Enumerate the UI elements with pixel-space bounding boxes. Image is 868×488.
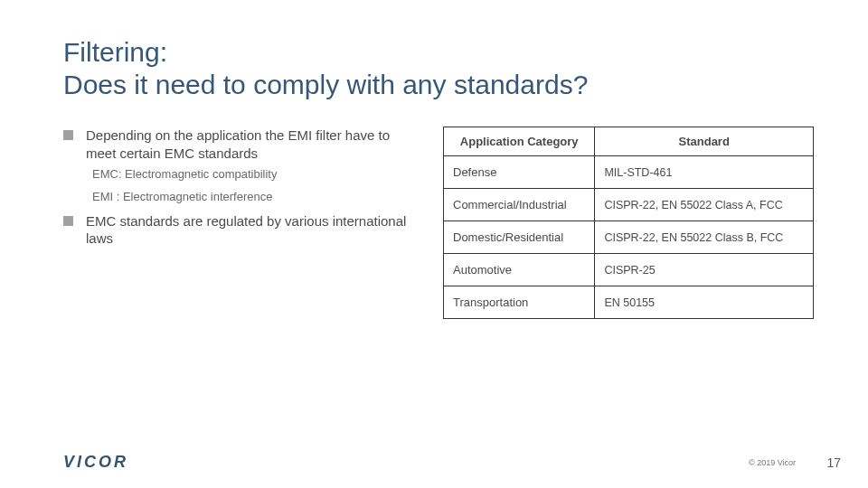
sub-bullet: EMC: Electromagnetic compatibility (92, 167, 416, 183)
standards-table: Application Category Standard Defense MI… (443, 127, 814, 319)
table-row: Defense MIL-STD-461 (444, 156, 814, 189)
table-row: Domestic/Residential CISPR-22, EN 55022 … (444, 221, 814, 254)
cell-category: Automotive (444, 254, 595, 286)
bullet-item: EMC standards are regulated by various i… (63, 212, 416, 248)
footer: VICOR © 2019 Vicor 17 (63, 453, 841, 472)
header-category: Application Category (444, 127, 595, 156)
bullet-list: Depending on the application the EMI fil… (63, 127, 416, 319)
cell-standard: CISPR-22, EN 55022 Class B, FCC (595, 221, 814, 254)
copyright-text: © 2019 Vicor (749, 458, 796, 467)
title-line-1: Filtering: (63, 36, 814, 69)
bullet-text: EMC standards are regulated by various i… (86, 212, 416, 248)
title-line-2: Does it need to comply with any standard… (63, 69, 814, 101)
table-row: Automotive CISPR-25 (444, 254, 814, 286)
cell-standard: CISPR-25 (595, 254, 814, 286)
table-header-row: Application Category Standard (444, 127, 814, 156)
cell-standard: CISPR-22, EN 55022 Class A, FCC (595, 189, 814, 221)
content-area: Depending on the application the EMI fil… (63, 127, 814, 319)
square-bullet-icon (63, 216, 73, 226)
slide: Filtering: Does it need to comply with a… (0, 0, 868, 488)
cell-category: Defense (444, 156, 595, 189)
cell-standard: MIL-STD-461 (595, 156, 814, 189)
standards-table-container: Application Category Standard Defense MI… (443, 127, 814, 319)
bullet-text: Depending on the application the EMI fil… (86, 127, 416, 162)
slide-title: Filtering: Does it need to comply with a… (63, 36, 814, 101)
cell-category: Domestic/Residential (444, 221, 595, 254)
page-number: 17 (814, 455, 841, 470)
bullet-item: Depending on the application the EMI fil… (63, 127, 416, 162)
cell-category: Commercial/Industrial (444, 189, 595, 221)
table-row: Commercial/Industrial CISPR-22, EN 55022… (444, 189, 814, 221)
vicor-logo: VICOR (63, 453, 128, 472)
sub-bullet: EMI : Electromagnetic interference (92, 190, 416, 205)
header-standard: Standard (595, 127, 814, 156)
table-row: Transportation EN 50155 (444, 286, 814, 319)
cell-standard: EN 50155 (595, 286, 814, 319)
square-bullet-icon (63, 130, 73, 140)
cell-category: Transportation (444, 286, 595, 319)
